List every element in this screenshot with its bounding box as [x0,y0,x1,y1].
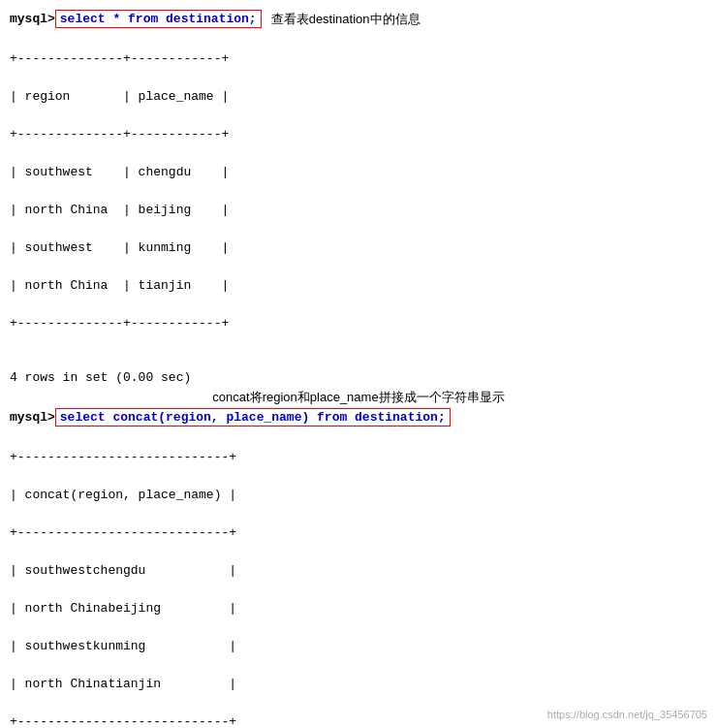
section1-row1: | southwest | chengdu | [10,163,707,182]
section1-table: +--------------+------------+ | region |… [10,30,707,370]
section2-prompt-line: mysql> select concat(region, place_name)… [10,408,707,427]
section1-annotation: 查看表destination中的信息 [271,11,421,28]
section2-header: | concat(region, place_name) | [10,486,707,505]
section2-row4: | north Chinatianjin | [10,675,707,694]
section2: concat将region和place_name拼接成一个字符串显示 mysql… [10,389,707,728]
section1-sep1: +--------------+------------+ [10,49,707,69]
section1-sep3: +--------------+------------+ [10,314,707,333]
section2-sep1: +----------------------------+ [10,448,707,467]
section2-row1: | southwestchengdu | [10,561,707,581]
section2-table: +----------------------------+ | concat(… [10,428,707,728]
section1-sep2: +--------------+------------+ [10,125,707,144]
watermark: https://blog.csdn.net/jq_35456705 [547,709,707,720]
section2-row2: | north Chinabeijing | [10,599,707,618]
section1-header: | region | place_name | [10,87,707,107]
section1-result: 4 rows in set (0.00 sec) [10,370,707,385]
section1-row3: | southwest | kunming | [10,238,707,258]
section1-row2: | north China | beijing | [10,201,707,220]
section2-sep2: +----------------------------+ [10,523,707,543]
section2-annotation-center: concat将region和place_name拼接成一个字符串显示 [10,389,707,406]
section1-row4: | north China | tianjin | [10,276,707,296]
section2-sql: select concat(region, place_name) from d… [55,408,451,427]
mysql-prompt-1: mysql> [10,12,55,26]
mysql-prompt-2: mysql> [10,410,55,425]
section2-center-text: concat将region和place_name拼接成一个字符串显示 [212,390,504,404]
section2-row3: | southwestkunming | [10,637,707,656]
section1: mysql> select * from destination; 查看表des… [10,10,707,385]
section1-prompt-line: mysql> select * from destination; 查看表des… [10,10,707,28]
section1-sql: select * from destination; [55,10,262,28]
